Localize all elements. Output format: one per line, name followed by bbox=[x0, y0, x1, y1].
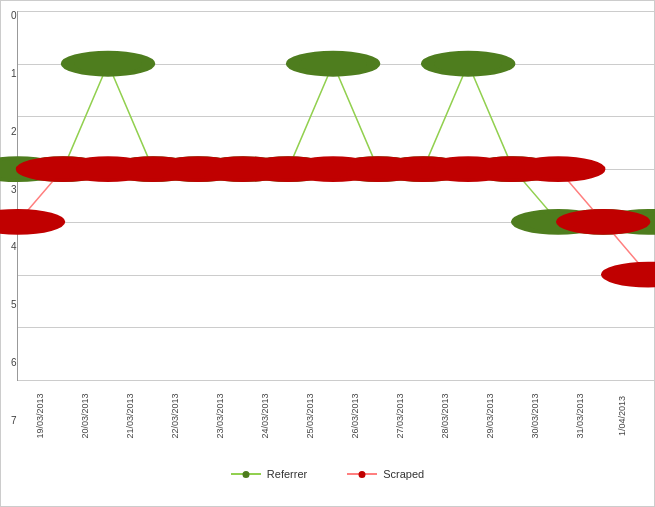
chart-svg bbox=[18, 11, 655, 380]
legend-area: Referrer Scraped bbox=[11, 446, 644, 496]
x-axis-label: 19/03/2013 bbox=[34, 393, 44, 438]
legend-line-scraped bbox=[347, 473, 377, 475]
x-axis-label-wrap: 30/03/2013 bbox=[512, 381, 557, 446]
x-axis-label: 30/03/2013 bbox=[530, 393, 540, 438]
x-axis-label-wrap: 29/03/2013 bbox=[467, 381, 512, 446]
series-line bbox=[18, 64, 655, 328]
x-axis-label-wrap: 27/03/2013 bbox=[377, 381, 422, 446]
plot-area bbox=[17, 11, 655, 381]
x-axis-label-wrap: 20/03/2013 bbox=[62, 381, 107, 446]
x-axis-label-wrap: 31/03/2013 bbox=[557, 381, 602, 446]
x-axis-label: 29/03/2013 bbox=[485, 393, 495, 438]
x-axis-label: 26/03/2013 bbox=[349, 393, 359, 438]
x-axis-labels: 19/03/201320/03/201321/03/201322/03/2013… bbox=[17, 381, 655, 446]
series-dot bbox=[517, 158, 598, 180]
x-axis-label: 28/03/2013 bbox=[440, 393, 450, 438]
series-dot bbox=[0, 211, 58, 233]
legend-label-scraped: Scraped bbox=[383, 468, 424, 480]
x-axis-label-wrap: 21/03/2013 bbox=[107, 381, 152, 446]
x-axis-label-wrap: 24/03/2013 bbox=[242, 381, 287, 446]
x-axis-label-wrap: 2/04/2013 bbox=[642, 381, 655, 446]
x-axis-label: 1/04/2013 bbox=[617, 396, 627, 436]
series-dot bbox=[292, 53, 373, 75]
legend-item-referrer: Referrer bbox=[231, 468, 307, 480]
legend-item-scraped: Scraped bbox=[347, 468, 424, 480]
x-axis-label: 31/03/2013 bbox=[575, 393, 585, 438]
x-axis-label: 21/03/2013 bbox=[124, 393, 134, 438]
x-axis-label-wrap: 22/03/2013 bbox=[152, 381, 197, 446]
x-axis-label-wrap: 25/03/2013 bbox=[287, 381, 332, 446]
chart-container: 01234567 19/03/201320/03/201321/03/20132… bbox=[0, 0, 655, 507]
x-axis-label: 27/03/2013 bbox=[394, 393, 404, 438]
x-axis-label-wrap: 19/03/2013 bbox=[17, 381, 62, 446]
x-axis-label: 22/03/2013 bbox=[169, 393, 179, 438]
x-axis-label: 24/03/2013 bbox=[259, 393, 269, 438]
legend-line-referrer bbox=[231, 473, 261, 475]
x-axis-label: 25/03/2013 bbox=[304, 393, 314, 438]
series-dot bbox=[67, 53, 148, 75]
series-dot bbox=[562, 211, 643, 233]
x-axis-label-wrap: 23/03/2013 bbox=[197, 381, 242, 446]
x-axis-label-wrap: 26/03/2013 bbox=[332, 381, 377, 446]
x-axis-label: 20/03/2013 bbox=[79, 393, 89, 438]
legend-label-referrer: Referrer bbox=[267, 468, 307, 480]
x-axis-label-wrap: 28/03/2013 bbox=[422, 381, 467, 446]
x-axis-label-wrap: 1/04/2013 bbox=[602, 381, 642, 446]
chart-area: 01234567 19/03/201320/03/201321/03/20132… bbox=[11, 11, 644, 446]
x-axis-label: 23/03/2013 bbox=[214, 393, 224, 438]
chart-main: 19/03/201320/03/201321/03/201322/03/2013… bbox=[17, 11, 655, 446]
series-dot bbox=[427, 53, 508, 75]
